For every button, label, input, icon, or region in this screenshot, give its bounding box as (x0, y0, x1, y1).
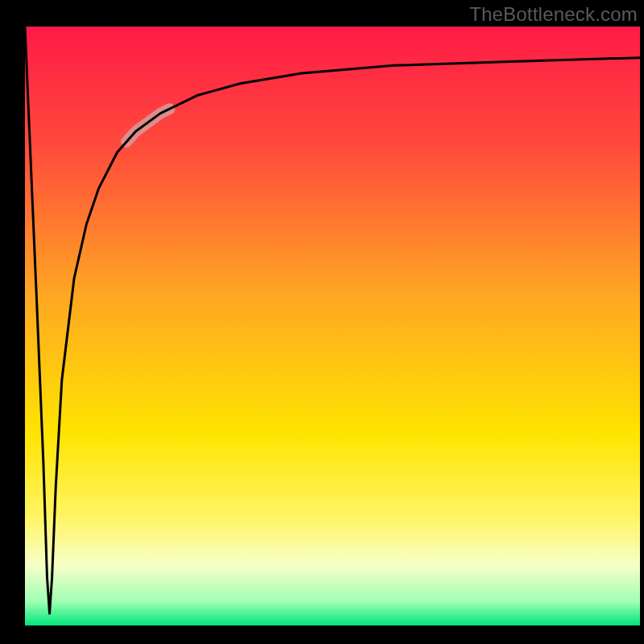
chart-stage: TheBottleneck.com (0, 0, 644, 644)
plot-background (25, 27, 640, 625)
bottleneck-plot (0, 0, 644, 644)
